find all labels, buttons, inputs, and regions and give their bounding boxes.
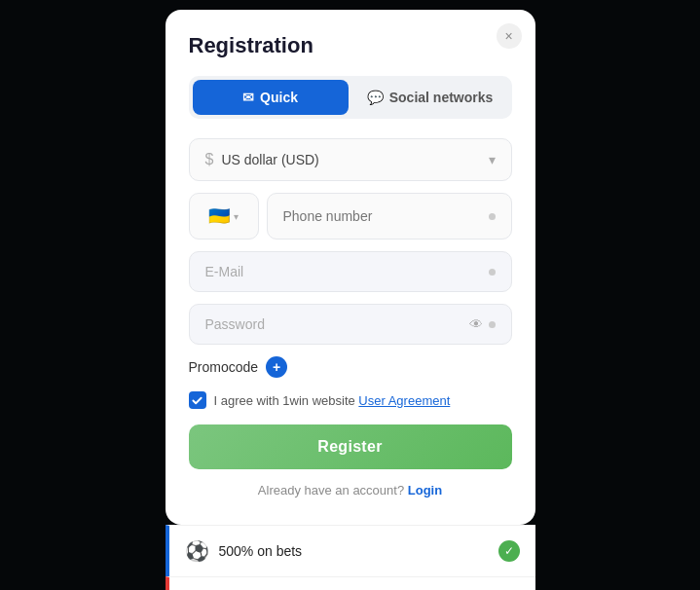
password-required-dot	[489, 321, 496, 328]
currency-dollar-icon: $	[205, 151, 214, 168]
country-flag-select[interactable]: 🇺🇦 ▾	[189, 193, 259, 240]
registration-modal: Registration × ✉ Quick 💬 Social networks…	[166, 10, 535, 525]
chevron-down-icon: ▾	[489, 152, 496, 167]
promocode-add-button[interactable]: +	[266, 356, 287, 378]
flag-chevron-icon: ▾	[234, 211, 239, 222]
password-input[interactable]	[205, 316, 469, 332]
quick-icon: ✉	[242, 90, 254, 105]
tab-quick-label: Quick	[260, 90, 298, 105]
phone-row: 🇺🇦 ▾	[189, 193, 512, 240]
promocode-label: Promocode	[189, 359, 259, 375]
bonus-item-bets: ⚽ 500% on bets ✓	[166, 525, 535, 576]
user-agreement-link[interactable]: User Agreement	[358, 393, 450, 408]
login-row: Already have an account? Login	[189, 483, 512, 498]
agreement-text: I agree with 1win website User Agreement	[214, 393, 451, 408]
agreement-checkbox[interactable]	[189, 391, 206, 409]
phone-input[interactable]	[283, 208, 489, 224]
modal-container: Registration × ✉ Quick 💬 Social networks…	[166, 0, 535, 590]
email-input[interactable]	[205, 264, 489, 279]
bonus-bar: ⚽ 500% on bets ✓ 🏛 500% on casino ✓ 💰 Ca…	[166, 525, 535, 590]
tab-social[interactable]: 💬 Social networks	[352, 80, 508, 115]
flag-emoji: 🇺🇦	[208, 205, 230, 227]
social-icon: 💬	[367, 90, 384, 105]
checkmark-icon	[192, 395, 203, 406]
register-button[interactable]: Register	[189, 424, 512, 469]
email-required-dot	[489, 269, 496, 276]
tab-quick[interactable]: ✉ Quick	[193, 80, 349, 115]
email-field-wrapper	[189, 251, 512, 292]
bets-check-icon: ✓	[498, 540, 520, 562]
phone-input-wrapper	[267, 193, 512, 240]
close-button[interactable]: ×	[497, 23, 522, 49]
already-account-text: Already have an account?	[258, 483, 404, 498]
tab-bar: ✉ Quick 💬 Social networks	[189, 76, 512, 119]
promocode-row: Promocode +	[189, 356, 512, 378]
login-link[interactable]: Login	[408, 483, 442, 498]
currency-select[interactable]: $ US dollar (USD) ▾	[189, 138, 512, 181]
modal-title: Registration	[189, 33, 512, 58]
phone-required-dot	[489, 213, 496, 220]
show-password-icon[interactable]: 👁	[469, 316, 483, 332]
agreement-row: I agree with 1win website User Agreement	[189, 391, 512, 409]
password-field-wrapper: 👁	[189, 304, 512, 345]
bets-icon: ⚽	[185, 539, 209, 563]
bets-label: 500% on bets	[219, 543, 303, 559]
bonus-item-casino: 🏛 500% on casino ✓	[166, 576, 535, 590]
tab-social-label: Social networks	[389, 90, 494, 105]
currency-label: US dollar (USD)	[221, 152, 318, 167]
